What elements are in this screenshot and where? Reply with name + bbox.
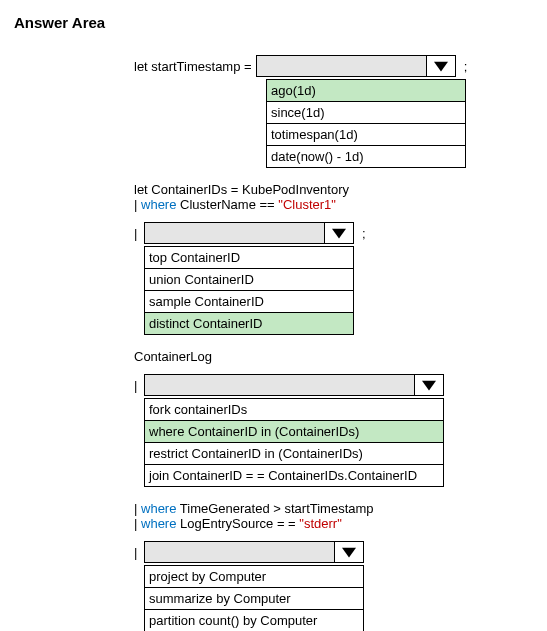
svg-marker-3 — [342, 548, 356, 558]
summarize-dropdown[interactable] — [144, 541, 364, 563]
dropdown-field — [257, 56, 426, 76]
let-containerids-line: let ContainerIDs = KubePodInventory — [134, 182, 533, 197]
option[interactable]: top ContainerID — [145, 247, 354, 269]
option[interactable]: summarize by Computer — [145, 588, 364, 610]
let-start-label: let startTimestamp = — [134, 59, 252, 74]
option[interactable]: fork containerIDs — [145, 399, 444, 421]
cluster-value: "Cluster1" — [278, 197, 336, 212]
containerlog-options: fork containerIDs where ContainerID in (… — [144, 398, 444, 487]
option[interactable]: date(now() - 1d) — [267, 146, 466, 168]
dropdown-arrow-icon[interactable] — [334, 542, 363, 562]
section-containerlog: ContainerLog | fork containerIDs where C… — [134, 349, 533, 487]
option[interactable]: partition count() by Computer — [145, 610, 364, 632]
dropdown-field — [145, 542, 334, 562]
where-keyword: where — [141, 197, 176, 212]
option[interactable]: where ContainerID in (ContainerIDs) — [145, 421, 444, 443]
option[interactable]: join ContainerID = = ContainerIDs.Contai… — [145, 465, 444, 487]
dropdown-field — [145, 375, 414, 395]
log-value: "stderr" — [299, 516, 341, 531]
svg-marker-2 — [422, 381, 436, 391]
pipe: | — [134, 378, 140, 393]
option[interactable]: ago(1d) — [267, 80, 466, 102]
dropdown-arrow-icon[interactable] — [426, 56, 455, 76]
start-timestamp-options: ago(1d) since(1d) totimespan(1d) date(no… — [266, 79, 466, 168]
pipe: | — [134, 545, 140, 560]
svg-marker-0 — [434, 62, 448, 72]
option[interactable]: project by Computer — [145, 566, 364, 588]
summarize-options: project by Computer summarize by Compute… — [144, 565, 364, 631]
where-keyword: where — [141, 516, 176, 531]
svg-marker-1 — [332, 229, 346, 239]
dropdown-arrow-icon[interactable] — [324, 223, 353, 243]
option[interactable]: union ContainerID — [145, 269, 354, 291]
start-timestamp-dropdown[interactable] — [256, 55, 456, 77]
section-start-timestamp: let startTimestamp = ; ago(1d) since(1d)… — [134, 55, 533, 168]
option[interactable]: restrict ContainerID in (ContainerIDs) — [145, 443, 444, 465]
option[interactable]: totimespan(1d) — [267, 124, 466, 146]
where-logentrysource-line: | where LogEntrySource = = "stderr" — [134, 516, 533, 531]
pipe: | — [134, 226, 140, 241]
option[interactable]: sample ContainerID — [145, 291, 354, 313]
page-title: Answer Area — [14, 14, 533, 31]
dropdown-field — [145, 223, 324, 243]
where-keyword: where — [141, 501, 176, 516]
time-text: TimeGenerated > startTimestamp — [176, 501, 373, 516]
semicolon: ; — [358, 226, 366, 241]
pipe: | — [134, 501, 137, 516]
section-final: | where TimeGenerated > startTimestamp |… — [134, 501, 533, 631]
pipe: | — [134, 197, 137, 212]
semicolon: ; — [460, 59, 468, 74]
section-containerids: let ContainerIDs = KubePodInventory | wh… — [134, 182, 533, 335]
dropdown-arrow-icon[interactable] — [414, 375, 443, 395]
containerids-options: top ContainerID union ContainerID sample… — [144, 246, 354, 335]
log-text: LogEntrySource = = — [176, 516, 299, 531]
pipe: | — [134, 516, 137, 531]
containerlog-dropdown[interactable] — [144, 374, 444, 396]
containerids-dropdown[interactable] — [144, 222, 354, 244]
option[interactable]: distinct ContainerID — [145, 313, 354, 335]
where-timegenerated-line: | where TimeGenerated > startTimestamp — [134, 501, 533, 516]
cluster-text: ClusterName == — [176, 197, 278, 212]
option[interactable]: since(1d) — [267, 102, 466, 124]
containerlog-heading: ContainerLog — [134, 349, 533, 364]
where-cluster-line: | where ClusterName == "Cluster1" — [134, 197, 533, 212]
